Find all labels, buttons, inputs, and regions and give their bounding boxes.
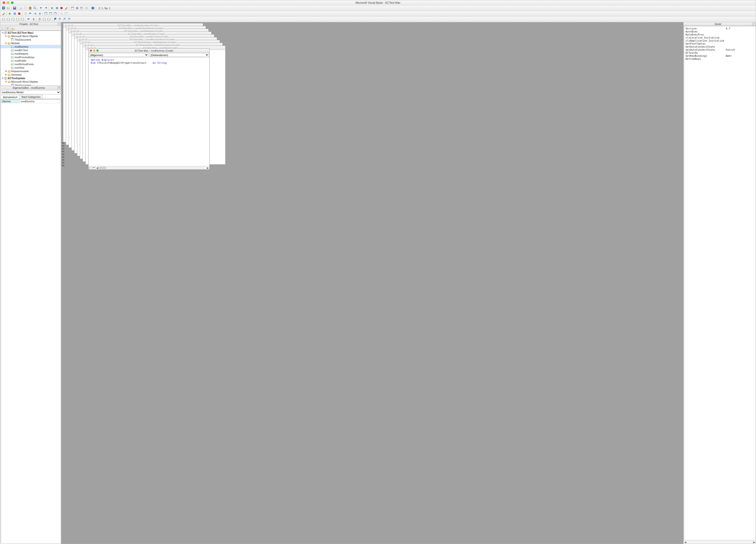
tree-node[interactable]: modProcessKeys — [0, 55, 61, 59]
tree-expander-icon[interactable]: ⊟ — [5, 80, 7, 83]
object-combo[interactable]: (Allgemein) — [89, 53, 148, 57]
properties-grid[interactable]: (Name)modDummy — [1, 99, 60, 543]
list-constants-button[interactable] — [6, 17, 11, 22]
tree-node[interactable]: modSchoolFonts — [0, 62, 61, 66]
next-bookmark-button[interactable] — [57, 17, 62, 22]
clear-bookmarks-button[interactable] — [67, 17, 71, 22]
scroll-right-icon[interactable]: ▶ — [752, 540, 756, 544]
tree-node[interactable]: modHelpers — [0, 52, 61, 55]
procedure-view-button[interactable] — [88, 166, 92, 170]
view-code-button[interactable] — [1, 26, 5, 30]
immediate-window-button[interactable] — [48, 11, 53, 16]
tree-expander-icon[interactable]: ⊟ — [5, 35, 7, 38]
break-button-2[interactable] — [12, 11, 17, 16]
tree-expander-icon[interactable]: ⊞ — [5, 73, 7, 76]
zoom-icon[interactable] — [11, 1, 14, 4]
project-panel-close-button[interactable]: × — [57, 23, 61, 26]
properties-object-selector[interactable]: modDummy Modul — [1, 90, 60, 94]
word-app-icon[interactable] — [1, 6, 6, 11]
property-value[interactable]: modDummy — [20, 99, 60, 103]
quick-watch-button[interactable] — [59, 11, 64, 16]
object-browser-button[interactable] — [79, 6, 84, 11]
indent-button[interactable] — [26, 17, 31, 22]
quick-info-button[interactable] — [11, 17, 15, 22]
tree-node[interactable]: ThisDocument — [0, 83, 61, 86]
reset-button[interactable] — [59, 6, 64, 11]
tree-node[interactable]: ⊟ECTextUpdate — [0, 76, 61, 80]
tree-node[interactable]: ⊞Klassenmodule — [0, 69, 61, 73]
tree-node[interactable]: modTest — [0, 66, 61, 69]
code-window-active[interactable]: ECText Mac - modDummy (Code)(Allgemein)(… — [88, 48, 210, 170]
tab-alphabetical[interactable]: Alphabetisch — [1, 95, 20, 99]
tree-node[interactable]: modECText — [0, 48, 61, 52]
code-editor[interactable]: Option ExplicitDim tThisIsToKeepAllPrope… — [88, 57, 209, 166]
properties-panel-close-button[interactable]: × — [57, 86, 61, 89]
reset-button-2[interactable] — [17, 11, 21, 16]
hand-tool-button[interactable] — [23, 11, 28, 16]
project-explorer-button[interactable] — [70, 6, 75, 11]
undo-button[interactable] — [39, 6, 43, 11]
close-icon[interactable] — [90, 49, 92, 52]
scroll-right-icon[interactable]: ▶ — [206, 166, 209, 170]
project-tree[interactable]: ⊟ECText (ECText Mac)⊟Microsoft Word Obje… — [0, 31, 61, 86]
find-button[interactable] — [32, 6, 37, 11]
tree-node[interactable]: ThisDocument — [0, 38, 61, 41]
tree-expander-icon[interactable]: ⊟ — [1, 31, 4, 34]
parameter-info-button[interactable] — [15, 17, 20, 22]
step-out-button[interactable] — [37, 11, 42, 16]
watch-window-button[interactable] — [53, 11, 57, 16]
view-object-button[interactable] — [6, 26, 10, 30]
locals-window-button[interactable] — [43, 11, 48, 16]
tree-node[interactable]: ⊟Microsoft Word Objekte — [0, 80, 61, 83]
tree-node[interactable]: ⊟Module — [0, 41, 61, 45]
zoom-icon[interactable] — [96, 49, 99, 52]
save-button[interactable] — [12, 6, 17, 11]
procedure-combo[interactable]: (Deklarationen) — [149, 53, 209, 57]
tab-categorized[interactable]: Nach Kategorien — [19, 95, 43, 99]
prev-bookmark-button[interactable] — [62, 17, 67, 22]
outdent-button[interactable] — [31, 17, 35, 22]
scroll-left-icon[interactable]: ◀ — [95, 166, 99, 170]
scroll-left-icon[interactable]: ◀ — [684, 540, 687, 544]
tree-node[interactable]: ⊟Microsoft Word Objekte — [0, 34, 61, 38]
tree-expander-icon[interactable]: ⊟ — [5, 42, 7, 45]
code-horizontal-scrollbar[interactable]: ◀▶ — [88, 166, 209, 170]
property-row[interactable]: (Name)modDummy — [1, 99, 60, 103]
copy-button[interactable] — [23, 6, 28, 11]
tree-node[interactable]: modDummy — [0, 45, 61, 48]
properties-window-button[interactable] — [75, 6, 79, 11]
minimize-icon[interactable] — [93, 49, 95, 52]
full-module-view-button[interactable] — [92, 166, 95, 170]
close-icon[interactable] — [3, 1, 5, 4]
design-mode-button[interactable] — [64, 6, 68, 11]
immediate-scrollbar[interactable]: ◀ ▶ — [684, 540, 756, 544]
insert-module-button[interactable] — [6, 6, 11, 11]
tree-expander-icon[interactable]: ⊟ — [1, 77, 4, 80]
toggle-bookmark-button[interactable] — [53, 17, 57, 22]
tree-node[interactable]: modPublic — [0, 59, 61, 62]
help-button[interactable] — [90, 6, 95, 11]
tree-node[interactable]: ⊞Verweise — [0, 73, 61, 76]
step-over-button[interactable] — [32, 11, 37, 16]
call-stack-button[interactable] — [64, 11, 68, 16]
compile-button[interactable] — [1, 11, 6, 16]
step-into-button[interactable] — [28, 11, 32, 16]
breakpoint-button[interactable] — [37, 17, 42, 22]
tree-expander-icon[interactable]: ⊞ — [5, 70, 7, 73]
cut-button[interactable] — [18, 6, 23, 11]
list-properties-button[interactable] — [1, 17, 6, 22]
redo-button[interactable] — [43, 6, 48, 11]
break-button[interactable] — [54, 6, 59, 11]
run-button-2[interactable] — [7, 11, 12, 16]
tree-node[interactable]: ⊟ECText (ECText Mac) — [0, 31, 61, 34]
immediate-window[interactable]: Version: 4.7 AutoExec AutoExecProc clsLo… — [684, 26, 756, 540]
run-button[interactable] — [50, 6, 54, 11]
paste-button[interactable] — [28, 6, 32, 11]
immediate-panel-close-button[interactable]: × — [752, 23, 756, 26]
toolbox-button[interactable] — [84, 6, 89, 11]
complete-word-button[interactable] — [20, 17, 25, 22]
toggle-folders-button[interactable] — [11, 26, 15, 30]
uncomment-block-button[interactable] — [46, 17, 51, 22]
minimize-icon[interactable] — [7, 1, 9, 4]
comment-block-button[interactable] — [42, 17, 46, 22]
